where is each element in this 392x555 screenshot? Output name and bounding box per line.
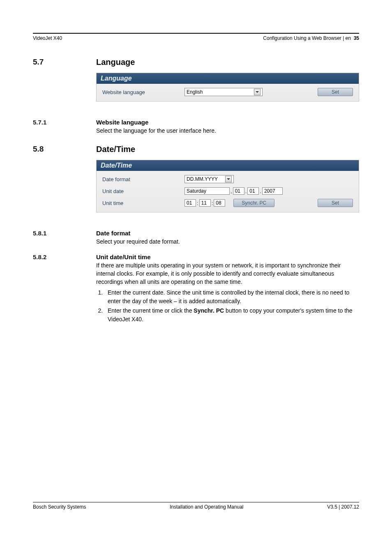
unit-date-day[interactable]: 01 xyxy=(233,187,244,195)
synchr-pc-button[interactable]: Synchr. PC xyxy=(233,199,274,207)
page-number: 35 xyxy=(354,35,359,41)
header-left: VideoJet X40 xyxy=(33,35,62,41)
document-page: VideoJet X40 Configuration Using a Web B… xyxy=(0,0,392,555)
section-title-datetime: Date/Time xyxy=(96,145,359,154)
unit-date-weekday[interactable]: Saturday xyxy=(184,187,230,195)
subsection-title-unit-date-time: Unit date/Unit time xyxy=(96,253,359,260)
page-footer: Bosch Security Systems Installation and … xyxy=(33,502,359,510)
datetime-panel: Date/Time Date format DD.MM.YYYY Unit da… xyxy=(96,160,359,212)
step-bold: Synchr. PC xyxy=(194,307,224,314)
website-language-select[interactable]: English xyxy=(184,88,263,96)
unit-time-minute[interactable]: 11 xyxy=(199,199,211,207)
steps-list: Enter the current date. Since the unit t… xyxy=(96,288,359,324)
subsection-number: 5.7.1 xyxy=(33,119,96,126)
subsection-text: Select your required date format. xyxy=(96,237,359,246)
section-title-language: Language xyxy=(96,58,359,67)
date-format-select[interactable]: DD.MM.YYYY xyxy=(184,175,234,183)
chevron-down-icon xyxy=(225,176,232,182)
unit-time-label: Unit time xyxy=(102,200,184,206)
footer-center: Installation and Operating Manual xyxy=(170,504,243,510)
website-language-label: Website language xyxy=(102,89,184,95)
unit-date-year[interactable]: 2007 xyxy=(262,187,283,195)
section-number: 5.8 xyxy=(33,145,96,154)
footer-right: V3.5 | 2007.12 xyxy=(327,504,359,510)
section-number: 5.7 xyxy=(33,58,96,67)
header-right: Configuration Using a Web Browser | en 3… xyxy=(263,35,359,41)
separator: . xyxy=(244,188,248,194)
step-item: Enter the current date. Since the unit t… xyxy=(104,288,359,306)
step-item: Enter the current time or click the Sync… xyxy=(104,306,359,324)
subsection-number: 5.8.2 xyxy=(33,253,96,260)
separator: : xyxy=(196,200,199,206)
select-value: DD.MM.YYYY xyxy=(187,176,218,182)
subsection-title-website-language: Website language xyxy=(96,119,359,126)
language-panel: Language Website language English Set xyxy=(96,73,359,101)
separator: . xyxy=(259,188,262,194)
step-text: Enter the current time or click the xyxy=(108,307,194,314)
separator: , xyxy=(230,188,233,194)
subsection-text: Select the language for the user interfa… xyxy=(96,127,359,135)
subsection-intro: If there are multiple units operating in… xyxy=(96,261,359,286)
footer-left: Bosch Security Systems xyxy=(33,504,86,510)
datetime-set-button[interactable]: Set xyxy=(318,199,353,207)
unit-date-label: Unit date xyxy=(102,188,184,194)
panel-title: Date/Time xyxy=(97,160,359,171)
language-set-button[interactable]: Set xyxy=(318,88,353,96)
date-format-label: Date format xyxy=(102,176,184,182)
unit-date-month[interactable]: 01 xyxy=(247,187,259,195)
panel-title: Language xyxy=(97,73,359,84)
page-header: VideoJet X40 Configuration Using a Web B… xyxy=(33,33,359,41)
unit-time-second[interactable]: 08 xyxy=(214,199,225,207)
select-value: English xyxy=(187,89,203,95)
separator: : xyxy=(211,200,214,206)
subsection-number: 5.8.1 xyxy=(33,230,96,237)
chevron-down-icon xyxy=(254,89,261,95)
subsection-title-date-format: Date format xyxy=(96,230,359,237)
unit-time-hour[interactable]: 01 xyxy=(184,199,196,207)
header-breadcrumb: Configuration Using a Web Browser | en xyxy=(263,35,351,41)
